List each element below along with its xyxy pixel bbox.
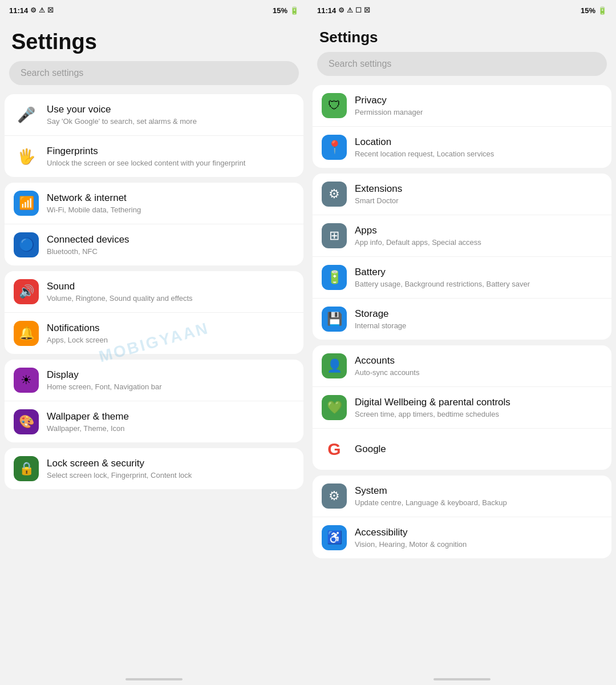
battery-text: Battery Battery usage, Background restri… [355,266,602,289]
accounts-item[interactable]: 👤 Accounts Auto-sync accounts [313,345,611,387]
battery-title: Battery [355,266,602,279]
display-text: Display Home screen, Font, Navigation ba… [47,369,294,392]
accounts-icon: 👤 [322,353,347,378]
wifi-icon: 📶 [14,191,39,216]
use-your-voice-item[interactable]: 🎤 Use your voice Say 'Ok Google' to sear… [5,94,303,136]
mic-icon: 🎤 [14,102,39,127]
notifications-title: Notifications [47,322,294,335]
warning-icon-right: ⚠ [347,6,353,14]
accessibility-item[interactable]: ♿ Accessibility Vision, Hearing, Motor &… [313,517,611,558]
status-bar-right: 11:14 ⚙ ⚠ ☐ ☒ 15% 🔋 [308,0,616,21]
storage-item[interactable]: 💾 Storage Internal storage [313,299,611,340]
fingerprints-text: Fingerprints Unlock the screen or see lo… [47,145,294,168]
wallpaper-icon: 🎨 [14,409,39,434]
accessibility-subtitle: Vision, Hearing, Motor & cognition [355,540,602,550]
sound-title: Sound [47,280,294,293]
privacy-subtitle: Permission manager [355,108,602,118]
accessibility-text: Accessibility Vision, Hearing, Motor & c… [355,526,602,550]
google-icon: G [322,437,347,462]
system-subtitle: Update centre, Language & keyboard, Back… [355,498,602,508]
status-time-right: 11:14 ⚙ ⚠ ☐ ☒ [317,6,370,15]
accounts-subtitle: Auto-sync accounts [355,368,602,378]
warning-icon-left: ⚠ [39,6,45,14]
time-right: 11:14 [317,6,336,15]
search-placeholder-left: Search settings [21,68,83,78]
card-lockscreen: 🔒 Lock screen & security Select screen l… [5,448,303,489]
use-your-voice-title: Use your voice [47,103,294,116]
battery-settings-icon: 🔋 [322,265,347,290]
network-text: Network & internet Wi-Fi, Mobile data, T… [47,192,294,215]
wallpaper-title: Wallpaper & theme [47,410,294,423]
sound-item[interactable]: 🔊 Sound Volume, Ringtone, Sound quality … [5,271,303,313]
location-title: Location [355,136,602,148]
wallpaper-item[interactable]: 🎨 Wallpaper & theme Wallpaper, Theme, Ic… [5,401,303,442]
digital-wellbeing-subtitle: Screen time, app timers, bedtime schedul… [355,410,602,420]
card-voice-fingerprint: 🎤 Use your voice Say 'Ok Google' to sear… [5,94,303,177]
right-phone-panel: 11:14 ⚙ ⚠ ☐ ☒ 15% 🔋 Settings Search sett… [308,0,616,685]
lock-icon: 🔒 [14,456,39,481]
card-sound: 🔊 Sound Volume, Ringtone, Sound quality … [5,271,303,354]
google-title: Google [355,443,602,456]
time-left: 11:14 [9,6,28,15]
fingerprint-icon: 🖐 [14,144,39,169]
battery-item[interactable]: 🔋 Battery Battery usage, Background rest… [313,257,611,299]
location-icon: 📍 [322,135,347,160]
extensions-subtitle: Smart Doctor [355,196,602,206]
battery-icon-left: 🔋 [290,6,299,15]
location-item[interactable]: 📍 Location Recent location request, Loca… [313,127,611,168]
notify-icon-left: ☒ [47,6,54,14]
lockscreen-item[interactable]: 🔒 Lock screen & security Select screen l… [5,448,303,489]
apps-title: Apps [355,224,602,237]
privacy-text: Privacy Permission manager [355,94,602,118]
battery-text-right: 15% [581,6,595,15]
battery-icon-right: 🔋 [598,6,607,15]
extensions-icon: ⚙ [322,182,347,207]
status-bar-left: 11:14 ⚙ ⚠ ☒ 15% 🔋 [0,0,308,21]
location-subtitle: Recent location request, Location servic… [355,150,602,159]
apps-icon: ⊞ [322,223,347,248]
sound-icon: 🔊 [14,279,39,304]
network-internet-item[interactable]: 📶 Network & internet Wi-Fi, Mobile data,… [5,183,303,224]
extensions-item[interactable]: ⚙ Extensions Smart Doctor [313,174,611,215]
lockscreen-subtitle: Select screen lock, Fingerprint, Content… [47,471,294,481]
display-subtitle: Home screen, Font, Navigation bar [47,382,294,392]
digital-wellbeing-item[interactable]: 💚 Digital Wellbeing & parental controls … [313,387,611,429]
card-network: 📶 Network & internet Wi-Fi, Mobile data,… [5,183,303,265]
connected-devices-item[interactable]: 🔵 Connected devices Bluetooth, NFC [5,224,303,265]
card-ext-apps-bat-storage: ⚙ Extensions Smart Doctor ⊞ Apps App inf… [313,174,611,340]
search-placeholder-right: Search settings [329,59,391,68]
display-item[interactable]: ☀ Display Home screen, Font, Navigation … [5,360,303,401]
digital-wellbeing-text: Digital Wellbeing & parental controls Sc… [355,396,602,420]
privacy-item[interactable]: 🛡 Privacy Permission manager [313,85,611,127]
apps-subtitle: App info, Default apps, Special access [355,238,602,248]
fingerprints-item[interactable]: 🖐 Fingerprints Unlock the screen or see … [5,136,303,177]
apps-item[interactable]: ⊞ Apps App info, Default apps, Special a… [313,215,611,257]
display-title: Display [47,369,294,381]
accessibility-icon: ♿ [322,525,347,550]
system-title: System [355,485,602,497]
storage-subtitle: Internal storage [355,321,602,331]
battery-text-left: 15% [273,6,287,15]
privacy-icon: 🛡 [322,93,347,118]
accessibility-title: Accessibility [355,526,602,539]
notifications-text: Notifications Apps, Lock screen [47,322,294,345]
fingerprints-subtitle: Unlock the screen or see locked content … [47,159,294,168]
status-time-left: 11:14 ⚙ ⚠ ☒ [9,6,54,15]
notify-icon-right: ☒ [364,6,370,14]
search-bar-right[interactable]: Search settings [317,52,607,76]
use-your-voice-text: Use your voice Say 'Ok Google' to search… [47,103,294,127]
accounts-title: Accounts [355,354,602,367]
connected-text: Connected devices Bluetooth, NFC [47,233,294,257]
network-title: Network & internet [47,192,294,204]
network-subtitle: Wi-Fi, Mobile data, Tethering [47,206,294,215]
storage-text: Storage Internal storage [355,308,602,331]
notifications-icon: 🔔 [14,321,39,346]
sound-subtitle: Volume, Ringtone, Sound quality and effe… [47,294,294,304]
google-item[interactable]: G Google [313,429,611,470]
search-bar-left[interactable]: Search settings [9,61,299,85]
notifications-item[interactable]: 🔔 Notifications Apps, Lock screen [5,313,303,354]
wallpaper-subtitle: Wallpaper, Theme, Icon [47,424,294,434]
gear-icon-right: ⚙ [338,6,345,14]
system-item[interactable]: ⚙ System Update centre, Language & keybo… [313,476,611,517]
fingerprints-title: Fingerprints [47,145,294,158]
